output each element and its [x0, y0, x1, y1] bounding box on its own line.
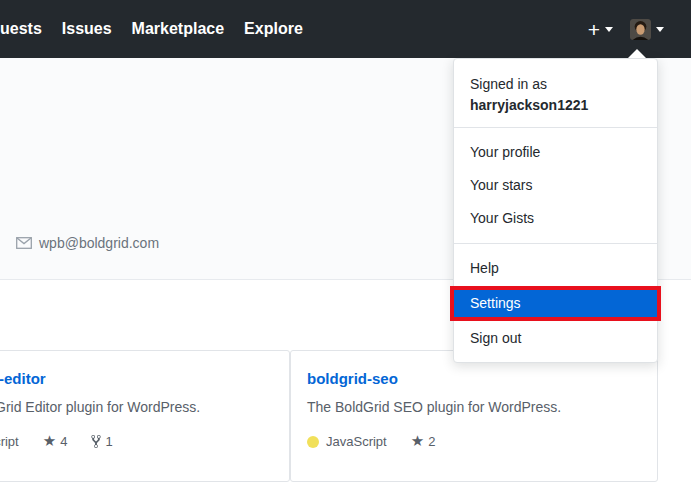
- nav-item-pull-requests[interactable]: uests: [0, 20, 42, 38]
- fork-icon: [91, 434, 101, 449]
- nav-item-marketplace[interactable]: Marketplace: [132, 20, 225, 38]
- repo-description: The BoldGrid Editor plugin for WordPress…: [0, 397, 273, 417]
- menu-item-your-gists[interactable]: Your Gists: [454, 202, 657, 235]
- repo-link[interactable]: boldgrid-editor: [0, 370, 46, 387]
- star-icon: ★: [43, 433, 56, 448]
- repo-card-boldgrid-seo: boldgrid-seo The BoldGrid SEO plugin for…: [290, 350, 658, 482]
- mail-icon: [16, 237, 32, 249]
- avatar-image: [630, 19, 651, 40]
- repo-meta-row: JavaScript ★ 4 1: [0, 434, 273, 449]
- username-label: harryjackson1221: [470, 97, 588, 113]
- repo-card-boldgrid-editor: boldgrid-editor The BoldGrid Editor plug…: [0, 350, 290, 482]
- create-new-dropdown-toggle[interactable]: +: [588, 19, 613, 40]
- menu-divider: [454, 243, 657, 244]
- menu-item-your-stars[interactable]: Your stars: [454, 169, 657, 202]
- repo-language: JavaScript: [307, 434, 387, 449]
- top-navbar: uests Issues Marketplace Explore +: [0, 0, 691, 58]
- user-avatar: [630, 19, 651, 40]
- star-count-value: 2: [428, 434, 435, 449]
- fork-count-value: 1: [105, 434, 112, 449]
- star-count[interactable]: ★ 2: [411, 434, 436, 449]
- fork-count[interactable]: 1: [91, 434, 112, 449]
- repo-meta-row: JavaScript ★ 2: [307, 434, 641, 449]
- repo-link[interactable]: boldgrid-seo: [307, 370, 398, 387]
- menu-divider: [454, 127, 657, 128]
- user-menu-toggle[interactable]: [630, 19, 664, 40]
- caret-down-icon: [656, 27, 664, 32]
- primary-nav: uests Issues Marketplace Explore: [0, 20, 303, 38]
- signed-in-as-label: Signed in as: [470, 76, 547, 92]
- nav-item-explore[interactable]: Explore: [244, 20, 303, 38]
- language-label: JavaScript: [326, 434, 387, 449]
- language-dot-icon: [307, 436, 319, 448]
- plus-icon: +: [588, 19, 600, 40]
- menu-item-sign-out[interactable]: Sign out: [454, 322, 657, 355]
- profile-email[interactable]: wpb@boldgrid.com: [16, 235, 159, 251]
- menu-item-help[interactable]: Help: [454, 252, 657, 285]
- dropdown-signed-in-header[interactable]: Signed in as harryjackson1221: [454, 59, 657, 127]
- navbar-right-cluster: +: [588, 0, 664, 58]
- repo-description: The BoldGrid SEO plugin for WordPress.: [307, 397, 641, 417]
- language-label: JavaScript: [0, 434, 19, 449]
- repo-language: JavaScript: [0, 434, 19, 449]
- email-address: wpb@boldgrid.com: [39, 235, 159, 251]
- dropdown-pointer-icon: [628, 49, 646, 58]
- menu-item-settings[interactable]: Settings: [450, 286, 661, 321]
- user-dropdown-menu: Signed in as harryjackson1221 Your profi…: [453, 58, 658, 363]
- star-count-value: 4: [60, 434, 67, 449]
- star-count[interactable]: ★ 4: [43, 434, 68, 449]
- nav-item-issues[interactable]: Issues: [62, 20, 112, 38]
- menu-item-your-profile[interactable]: Your profile: [454, 136, 657, 169]
- caret-down-icon: [605, 27, 613, 32]
- star-icon: ★: [411, 433, 424, 448]
